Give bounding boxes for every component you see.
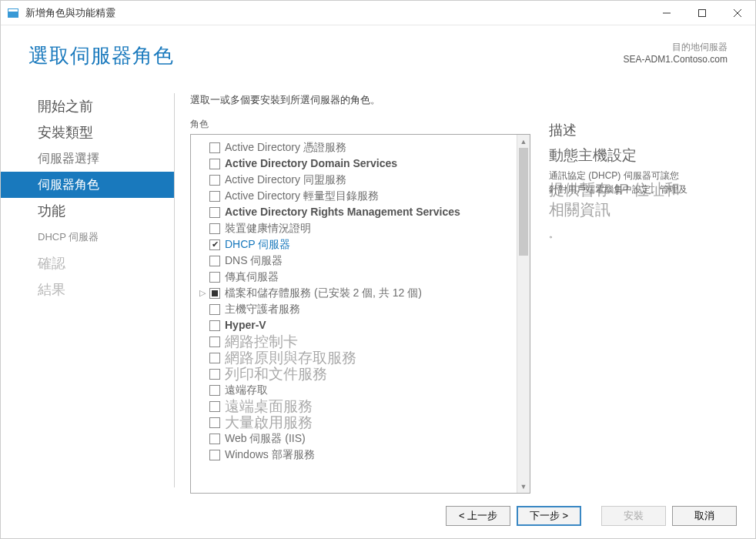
role-label: 遠端桌面服務 <box>225 399 313 413</box>
description-dot: 。 <box>549 227 741 241</box>
wizard-step[interactable]: 開始之前 <box>1 93 174 119</box>
role-checkbox[interactable] <box>209 450 220 460</box>
wizard-sidebar: 開始之前安裝類型伺服器選擇伺服器角色功能DHCP 伺服器確認結果 <box>1 87 174 494</box>
wizard-footer: < 上一步 下一步 > 安裝 取消 <box>1 494 755 537</box>
titlebar: 新增角色與功能精靈 <box>1 1 755 25</box>
role-label: 大量啟用服務 <box>225 415 313 430</box>
role-item[interactable]: DNS 伺服器 <box>196 253 513 269</box>
role-label: Active Directory Domain Services <box>225 156 397 171</box>
scroll-track[interactable] <box>517 148 530 480</box>
role-label: Active Directory 同盟服務 <box>225 172 346 187</box>
role-label: 檔案和儲存體服務 (已安裝 2 個, 共 12 個) <box>225 286 422 300</box>
expand-icon[interactable]: ▷ <box>197 286 208 300</box>
role-label: 網路控制卡 <box>225 334 298 349</box>
role-label: DNS 伺服器 <box>225 253 283 268</box>
role-checkbox[interactable] <box>209 256 220 266</box>
role-label: 傳真伺服器 <box>225 270 279 284</box>
role-item[interactable]: Active Directory Domain Services <box>196 156 513 172</box>
next-button[interactable]: 下一步 > <box>517 506 581 526</box>
role-label: DHCP 伺服器 <box>225 237 290 252</box>
role-label: 遠端存取 <box>225 383 268 397</box>
role-label: Active Directory 憑證服務 <box>225 140 346 155</box>
role-item[interactable]: 傳真伺服器 <box>196 269 513 285</box>
role-item[interactable]: 主機守護者服務 <box>196 301 513 317</box>
role-item[interactable]: Web 伺服器 (IIS) <box>196 430 513 447</box>
description-overlay2: 相關資訊 <box>549 199 610 220</box>
description-title: 描述 <box>549 121 741 139</box>
role-item[interactable]: Active Directory 同盟服務 <box>196 172 513 188</box>
role-checkbox[interactable] <box>209 272 220 283</box>
roles-listbox: Active Directory 憑證服務Active Directory Do… <box>190 134 530 494</box>
role-checkbox[interactable] <box>209 159 220 169</box>
description-overlay1: 提供暫存 IP 位址和 <box>549 179 680 200</box>
role-item[interactable]: Hyper-V <box>196 317 513 333</box>
role-item[interactable]: Active Directory Rights Management Servi… <box>196 204 513 220</box>
previous-button[interactable]: < 上一步 <box>446 506 510 526</box>
wizard-step[interactable]: DHCP 伺服器 <box>1 224 174 250</box>
role-checkbox[interactable] <box>209 207 220 218</box>
svg-rect-3 <box>699 9 706 16</box>
role-item[interactable]: Windows 部署服務 <box>196 447 513 463</box>
role-label: Web 伺服器 (IIS) <box>225 431 306 446</box>
role-checkbox[interactable] <box>209 401 220 412</box>
role-item[interactable]: 裝置健康情況證明 <box>196 220 513 236</box>
wizard-step[interactable]: 伺服器角色 <box>1 172 174 198</box>
app-icon <box>7 7 19 19</box>
role-checkbox[interactable] <box>209 223 220 234</box>
roles-list[interactable]: Active Directory 憑證服務Active Directory Do… <box>191 135 517 493</box>
scrollbar[interactable]: ▲ ▼ <box>517 135 530 493</box>
role-checkbox[interactable] <box>209 353 220 363</box>
wizard-step[interactable]: 確認 <box>1 250 174 276</box>
divider <box>174 93 175 487</box>
role-item[interactable]: 遠端桌面服務 <box>196 398 513 414</box>
role-label: 網路原則與存取服務 <box>225 350 356 365</box>
role-checkbox[interactable] <box>209 175 220 186</box>
role-item[interactable]: 列印和文件服務 <box>196 366 513 382</box>
instruction-text: 選取一或多個要安裝到所選伺服器的角色。 <box>190 93 530 107</box>
role-checkbox[interactable] <box>209 142 220 153</box>
role-item[interactable]: ▷檔案和儲存體服務 (已安裝 2 個, 共 12 個) <box>196 285 513 301</box>
role-checkbox[interactable] <box>209 369 220 380</box>
header: 選取伺服器角色 目的地伺服器 SEA-ADM1.Contoso.com <box>1 25 755 87</box>
role-checkbox[interactable] <box>209 288 220 299</box>
description-heading: 動態主機設定 <box>549 146 741 166</box>
wizard-step[interactable]: 功能 <box>1 198 174 224</box>
wizard-step[interactable]: 伺服器選擇 <box>1 146 174 172</box>
window-controls <box>649 1 755 25</box>
role-label: Windows 部署服務 <box>225 447 315 462</box>
wizard-step[interactable]: 結果 <box>1 276 174 303</box>
role-label: 裝置健康情況證明 <box>225 221 311 236</box>
scroll-down-icon[interactable]: ▼ <box>517 480 530 493</box>
role-item[interactable]: 網路原則與存取服務 <box>196 350 513 366</box>
minimize-button[interactable] <box>649 1 684 25</box>
destination-server: SEA-ADM1.Contoso.com <box>624 54 728 65</box>
role-item[interactable]: 遠端存取 <box>196 382 513 398</box>
role-label: Hyper-V <box>225 318 266 333</box>
scroll-thumb[interactable] <box>519 148 528 256</box>
role-label: Active Directory Rights Management Servi… <box>225 205 460 219</box>
wizard-step[interactable]: 安裝類型 <box>1 119 174 146</box>
install-button[interactable]: 安裝 <box>601 506 666 526</box>
description-panel: 描述 動態主機設定 通訊協定 (DHCP) 伺服器可讓您 針對用戶端電腦集中設定… <box>549 93 741 494</box>
role-checkbox[interactable] <box>209 385 220 396</box>
role-item[interactable]: 大量啟用服務 <box>196 414 513 430</box>
role-checkbox[interactable] <box>209 320 220 331</box>
maximize-button[interactable] <box>684 1 720 25</box>
scroll-up-icon[interactable]: ▲ <box>517 135 530 148</box>
role-label: Active Directory 輕量型目錄服務 <box>225 189 379 203</box>
role-item[interactable]: 網路控制卡 <box>196 333 513 350</box>
role-checkbox[interactable] <box>209 434 220 444</box>
role-item[interactable]: Active Directory 憑證服務 <box>196 139 513 156</box>
role-checkbox[interactable] <box>209 417 220 428</box>
window-title: 新增角色與功能精靈 <box>25 6 649 20</box>
cancel-button[interactable]: 取消 <box>672 506 737 526</box>
role-item[interactable]: DHCP 伺服器 <box>196 236 513 253</box>
destination-block: 目的地伺服器 SEA-ADM1.Contoso.com <box>624 41 728 65</box>
role-checkbox[interactable] <box>209 191 220 202</box>
role-checkbox[interactable] <box>209 304 220 315</box>
close-button[interactable] <box>720 1 755 25</box>
role-checkbox[interactable] <box>209 239 220 250</box>
role-label: 列印和文件服務 <box>225 367 327 381</box>
role-item[interactable]: Active Directory 輕量型目錄服務 <box>196 188 513 204</box>
role-checkbox[interactable] <box>209 336 220 347</box>
